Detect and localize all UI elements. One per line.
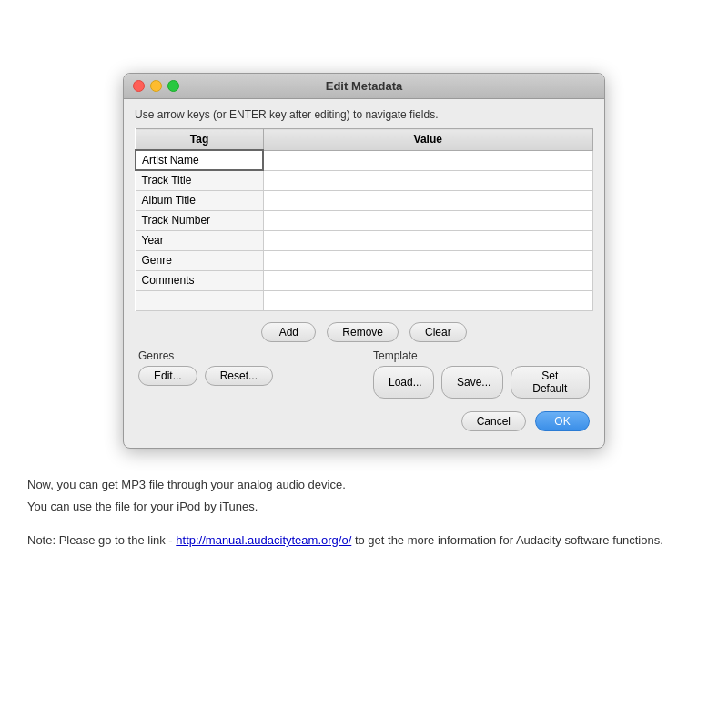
tag-cell: Album Title	[136, 190, 263, 210]
genres-buttons: Edit... Reset...	[138, 366, 355, 386]
action-row: Cancel OK	[135, 406, 593, 439]
value-cell[interactable]	[263, 210, 593, 230]
table-row[interactable]: Year	[136, 230, 593, 250]
note-prefix: Note: Please go to the link -	[27, 533, 176, 547]
value-cell[interactable]	[263, 190, 593, 210]
table-row[interactable]: Track Number	[136, 210, 593, 230]
genres-edit-button[interactable]: Edit...	[138, 366, 197, 386]
col-header-tag: Tag	[136, 129, 263, 151]
table-row[interactable]: Artist Name	[136, 150, 593, 170]
tag-cell: Genre	[136, 250, 263, 270]
value-cell[interactable]	[263, 170, 593, 190]
table-action-buttons: Add Remove Clear	[135, 322, 593, 342]
table-row[interactable]	[136, 290, 593, 310]
template-label: Template	[373, 349, 590, 362]
template-load-button[interactable]: Load...	[373, 366, 434, 399]
value-cell[interactable]	[263, 290, 593, 310]
tag-cell: Artist Name	[136, 150, 263, 170]
value-cell[interactable]	[263, 150, 593, 170]
below-text-section: Now, you can get MP3 file through your a…	[18, 476, 710, 551]
tag-cell: Year	[136, 230, 263, 250]
below-line2: You can use the file for your iPod by iT…	[27, 498, 701, 517]
dialog-title: Edit Metadata	[326, 79, 403, 93]
genres-reset-button[interactable]: Reset...	[205, 366, 273, 386]
value-cell[interactable]	[263, 250, 593, 270]
template-set-default-button[interactable]: Set Default	[511, 366, 590, 399]
edit-metadata-dialog: Edit Metadata Use arrow keys (or ENTER k…	[123, 73, 605, 449]
tag-cell	[136, 290, 263, 310]
metadata-table: Tag Value Artist NameTrack TitleAlbum Ti…	[135, 128, 593, 311]
cancel-button[interactable]: Cancel	[461, 411, 526, 431]
genres-section: Genres Edit... Reset...	[138, 349, 355, 399]
template-buttons: Load... Save... Set Default	[373, 366, 590, 399]
note-suffix: to get the more information for Audacity…	[351, 533, 663, 547]
close-button[interactable]	[133, 80, 145, 92]
titlebar-buttons	[133, 80, 179, 92]
add-button[interactable]: Add	[261, 322, 316, 342]
tag-cell: Track Title	[136, 170, 263, 190]
genre-template-row: Genres Edit... Reset... Template Load...…	[135, 349, 593, 399]
table-row[interactable]: Album Title	[136, 190, 593, 210]
table-row[interactable]: Genre	[136, 250, 593, 270]
value-cell[interactable]	[263, 270, 593, 290]
below-line1: Now, you can get MP3 file through your a…	[27, 476, 701, 495]
value-cell[interactable]	[263, 230, 593, 250]
tag-cell: Track Number	[136, 210, 263, 230]
instruction-text: Use arrow keys (or ENTER key after editi…	[135, 108, 593, 121]
tag-cell: Comments	[136, 270, 263, 290]
minimize-button[interactable]	[150, 80, 162, 92]
template-section: Template Load... Save... Set Default	[373, 349, 590, 399]
note-link[interactable]: http://manual.audacityteam.org/o/	[176, 533, 351, 547]
dialog-body: Use arrow keys (or ENTER key after editi…	[124, 99, 604, 448]
ok-button[interactable]: OK	[535, 411, 590, 431]
maximize-button[interactable]	[167, 80, 179, 92]
dialog-titlebar: Edit Metadata	[124, 74, 604, 99]
col-header-value: Value	[263, 129, 593, 151]
template-save-button[interactable]: Save...	[441, 366, 503, 399]
table-row[interactable]: Track Title	[136, 170, 593, 190]
remove-button[interactable]: Remove	[327, 322, 399, 342]
genres-label: Genres	[138, 349, 355, 362]
table-row[interactable]: Comments	[136, 270, 593, 290]
clear-button[interactable]: Clear	[410, 322, 467, 342]
note-text: Note: Please go to the link - http://man…	[27, 531, 701, 551]
